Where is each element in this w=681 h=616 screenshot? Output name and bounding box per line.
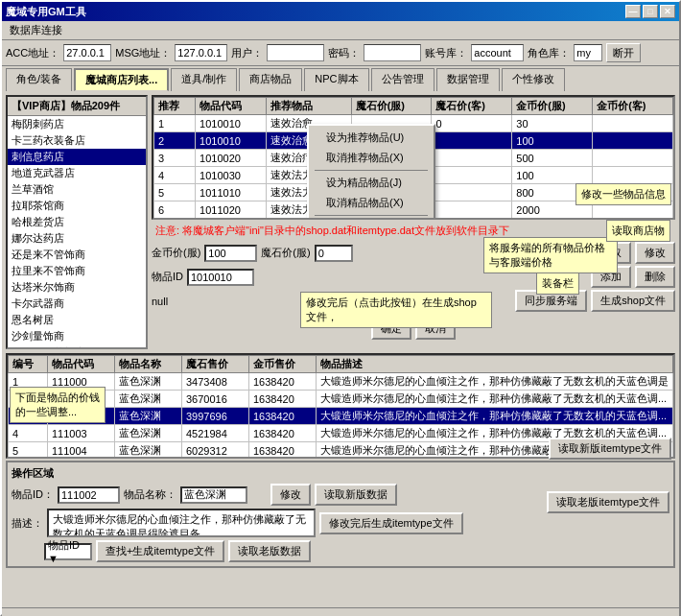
th-jb-s: 金币价(服) (512, 98, 593, 115)
item-id-input[interactable] (187, 269, 254, 286)
read-old-container: 读取老版itemtype文件 (547, 491, 669, 513)
callout-equip: 装备栏 (536, 272, 579, 295)
popup-item-4[interactable]: 取消精品物品(X) (311, 193, 432, 213)
maximize-button[interactable]: □ (643, 5, 658, 18)
gen-shop-button[interactable]: 生成shop文件 (591, 290, 675, 312)
close-button[interactable]: ✕ (660, 5, 675, 18)
shop-item-3[interactable]: 刺信息药店 (8, 149, 146, 165)
delete-button[interactable]: 删除 (635, 266, 675, 288)
tab-shop-items[interactable]: 商店物品 (239, 68, 302, 91)
ops-item-id-label: 物品ID： (12, 487, 54, 502)
ops-section: 操作区域 物品ID： 物品名称： 修改 读取新版数据 描述： 大锻造师米尔德尼的… (6, 461, 675, 568)
ops-combo[interactable]: 物品ID ▼ (44, 543, 92, 560)
callout-price: 下面是物品的价钱的一些调整... (10, 387, 106, 423)
ops-search-button[interactable]: 查找+生成itemtype文件 (96, 540, 224, 562)
right-panel: 推荐 物品代码 推荐物品 魔石价(服) 魔石价(客) 金币价(服) 金币价(客) (152, 95, 675, 349)
ops-modify-button[interactable]: 修改 (270, 484, 311, 506)
ops-item-name-label: 物品名称： (124, 487, 176, 502)
status-bar (2, 607, 679, 616)
ops-desc-display: 大锻造师米尔德尼的心血倾注之作，那种仿佛藏蔽了无数玄机的天蓝色调是得除遮目备， (47, 509, 316, 537)
shop-item-10[interactable]: 拉里来不管饰商 (8, 263, 146, 279)
shop-item-7[interactable]: 哈根差货店 (8, 214, 146, 230)
table-row-selected[interactable]: 3 111002 蓝色深渊 3997696 1638420 大锻造师米尔德尼的心… (9, 408, 673, 425)
window-title: 魔域专用GM工具 (6, 5, 86, 19)
acc-input[interactable] (63, 44, 111, 61)
item-id-label: 物品ID (152, 270, 183, 284)
bth-desc: 物品描述 (317, 356, 673, 373)
ops-item-id-input[interactable] (58, 486, 120, 504)
shop-item-12[interactable]: 卡尔武器商 (8, 296, 146, 312)
msg-label: MSG地址： (115, 46, 171, 60)
shop-item-15[interactable]: 卡利连娜药剂店 (8, 344, 146, 347)
pwd-input[interactable] (364, 44, 421, 61)
shop-item-5[interactable]: 兰草酒馆 (8, 181, 146, 198)
user-label: 用户： (231, 46, 263, 60)
callout-modify: 修改一些物品信息 (575, 183, 671, 205)
bottom-section: 下面是物品的价钱的一些调整... 编号 物品代码 物品名称 魔石售价 金币售价 (6, 353, 675, 604)
main-window: 魔域专用GM工具 — □ ✕ 数据库连接 ACC地址： MSG地址： 用户： 密… (0, 0, 681, 616)
db-label: 账号库： (425, 46, 467, 60)
menu-bar: 数据库连接 (2, 21, 679, 40)
shop-list-header: 【VIP商店】物品209件 (8, 97, 146, 116)
gold-label: 金币价(服) (152, 246, 200, 260)
ops-title: 操作区域 (12, 466, 669, 481)
bth-jb: 金币售价 (248, 356, 316, 373)
table-row[interactable]: 2 111001 蓝色深渊 3670016 1638420 大锻造师米尔德尼的心… (9, 391, 673, 408)
popup-item-1[interactable]: 设为推荐物品(U) (311, 128, 432, 148)
user-input[interactable] (267, 44, 324, 61)
bth-code: 物品代码 (47, 356, 114, 373)
popup-item-2[interactable]: 取消推荐物品(X) (311, 148, 432, 168)
db-input[interactable] (471, 44, 524, 61)
role-input[interactable] (574, 44, 602, 61)
ops-read-old-button[interactable]: 读取老版数据 (228, 540, 311, 562)
ops-combo-text: 物品ID ▼ (48, 538, 88, 564)
fields-row: 金币价(服) 魔石价(服) 将服务端的所有物品价格与客服端价格 读取商店物 (152, 242, 675, 264)
ops-read-new-button[interactable]: 读取新版数据 (315, 484, 397, 506)
tab-personal[interactable]: 个性修改 (502, 68, 565, 91)
bottom-table-container: 下面是物品的价钱的一些调整... 编号 物品代码 物品名称 魔石售价 金币售价 (6, 353, 675, 459)
shop-item-6[interactable]: 拉耶茶馆商 (8, 198, 146, 214)
top-section: 【VIP商店】物品209件 梅阴刺药店 卡三药衣装备店 刺信息药店 地道克武器店… (6, 95, 675, 349)
connect-button[interactable]: 断开 (606, 43, 641, 62)
ms-input[interactable] (315, 245, 353, 262)
read-new-itemtype-button[interactable]: 读取新版itemtype文件 (549, 438, 671, 460)
modify-button[interactable]: 修改 (635, 242, 675, 264)
tab-data[interactable]: 数据管理 (436, 68, 500, 91)
tab-shop[interactable]: 魔城商店列表... (74, 68, 169, 91)
tab-npc[interactable]: NPC脚本 (304, 68, 368, 91)
tab-item[interactable]: 道具/制作 (171, 68, 237, 91)
ops-desc-label: 描述： (12, 516, 43, 531)
menu-item-db[interactable]: 数据库连接 (4, 21, 68, 39)
role-label: 角色库： (528, 46, 570, 60)
shop-item-4[interactable]: 地道克武器店 (8, 165, 146, 181)
acc-label: ACC地址： (6, 46, 59, 60)
shop-item-9[interactable]: 还是来不管饰商 (8, 247, 146, 263)
shop-item-8[interactable]: 娜尔达药店 (8, 230, 146, 247)
shop-item-2[interactable]: 卡三药衣装备店 (8, 132, 146, 149)
shop-item-1[interactable]: 梅阴刺药店 (8, 116, 146, 132)
bth-ms: 魔石售价 (181, 356, 248, 373)
minimize-button[interactable]: — (625, 5, 641, 18)
tab-role[interactable]: 角色/装备 (6, 68, 72, 91)
ms-label: 魔石价(服) (261, 246, 310, 260)
shop-item-14[interactable]: 沙剑量饰商 (8, 328, 146, 344)
shop-item-13[interactable]: 恩名树居 (8, 312, 146, 328)
ops-row-3: 物品ID ▼ 查找+生成itemtype文件 读取老版数据 (12, 540, 669, 562)
ops-item-name-input[interactable] (180, 486, 247, 504)
table-row[interactable]: 1 111000 蓝色深渊 3473408 1638420 大锻造师米尔德尼的心… (9, 373, 673, 391)
th-jb-c: 金币价(客) (593, 98, 673, 115)
gold-input[interactable] (204, 245, 257, 262)
msg-input[interactable] (175, 44, 227, 61)
tab-announcement[interactable]: 公告管理 (371, 68, 434, 91)
menu-separator (315, 170, 428, 171)
th-ms-s: 魔石价(服) (351, 98, 432, 115)
toolbar: ACC地址： MSG地址： 用户： 密码： 账号库： 角色库： 断开 (2, 40, 679, 66)
ops-gen-itemtype-button[interactable]: 修改完后生成itemtype文件 (319, 512, 463, 534)
shop-item-11[interactable]: 达塔米尔饰商 (8, 279, 146, 296)
shop-list-scroll[interactable]: 梅阴刺药店 卡三药衣装备店 刺信息药店 地道克武器店 兰草酒馆 拉耶茶馆商 哈根… (8, 116, 146, 347)
th-code: 物品代码 (196, 98, 267, 115)
context-menu: 设为推荐物品(U) 取消推荐物品(X) 设为精品物品(J) 取消精品物品(X) … (307, 124, 435, 220)
popup-item-3[interactable]: 设为精品物品(J) (311, 173, 432, 193)
read-old-itemtype-button[interactable]: 读取老版itemtype文件 (547, 491, 669, 513)
table-row[interactable]: 7 1010100 治疗药水 (154, 219, 673, 221)
